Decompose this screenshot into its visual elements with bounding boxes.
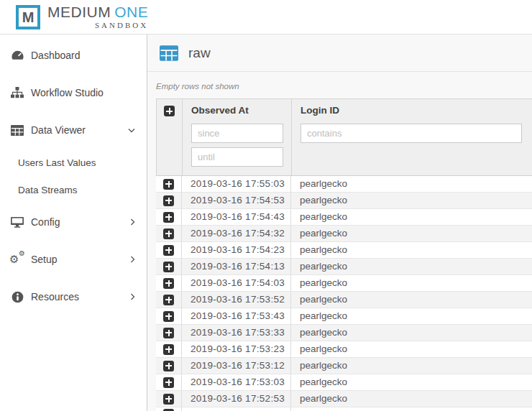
observed-at-cell: 2019-03-16 17:53:23 xyxy=(182,341,291,357)
sidebar-item-setup[interactable]: ⚙⚙ Setup xyxy=(0,241,147,278)
expand-row-button[interactable] xyxy=(163,295,174,305)
table-row: 2019-03-16 17:53:12 pearlgecko xyxy=(156,358,532,374)
expand-row-button[interactable] xyxy=(163,245,174,256)
sidebar-subitem-label: Data Streams xyxy=(18,185,78,195)
row-expander-cell xyxy=(156,209,182,225)
chevron-right-icon xyxy=(130,256,135,263)
table-row: 2019-03-16 17:55:03 pearlgecko xyxy=(156,176,532,193)
row-expander-cell xyxy=(156,391,182,407)
table-row: 2019-03-16 17:53:23 pearlgecko xyxy=(156,341,532,358)
table-row: 2019-03-16 17:52:53 pearlgecko xyxy=(156,391,532,407)
login-id-cell: pearlgecko xyxy=(291,325,532,341)
brand-logo[interactable]: M MEDIUMONE SANDBOX xyxy=(16,4,148,29)
login-id-cell xyxy=(291,407,532,411)
row-expander-cell xyxy=(156,275,182,291)
table-row: 2019-03-16 17:53:52 pearlgecko xyxy=(156,292,532,308)
row-expander-cell xyxy=(156,325,182,341)
expand-row-button[interactable] xyxy=(163,212,174,223)
row-expander-cell xyxy=(156,308,182,324)
sidebar-item-resources[interactable]: Resources xyxy=(0,278,147,315)
login-id-header-cell: Login ID xyxy=(292,99,532,175)
expand-row-button[interactable] xyxy=(163,328,174,338)
table-row: 2019-03-16 17:54:03 pearlgecko xyxy=(156,275,532,292)
brand-text: MEDIUMONE SANDBOX xyxy=(47,4,148,29)
sidebar-item-workflow-studio[interactable]: Workflow Studio xyxy=(0,74,147,111)
sitemap-icon xyxy=(10,86,24,99)
page-title: raw xyxy=(188,45,211,61)
expand-row-button[interactable] xyxy=(163,394,174,405)
observed-at-cell: 2019-03-16 17:53:12 xyxy=(182,358,291,374)
top-header: M MEDIUMONE SANDBOX xyxy=(0,0,532,34)
chevron-down-icon xyxy=(128,128,135,133)
observed-at-header-cell: Observed At xyxy=(183,99,292,175)
table-row: 2019-03-16 17:53:43 pearlgecko xyxy=(156,308,532,325)
expand-row-button[interactable] xyxy=(163,278,174,289)
tachometer-icon xyxy=(10,49,24,62)
observed-at-cell xyxy=(182,407,291,411)
login-id-cell: pearlgecko xyxy=(291,308,532,324)
sidebar-item-label: Config xyxy=(31,216,60,228)
expand-row-button[interactable] xyxy=(163,361,174,371)
login-id-cell: pearlgecko xyxy=(291,226,532,241)
observed-at-cell: 2019-03-16 17:53:33 xyxy=(182,325,291,341)
row-expander-cell xyxy=(156,176,182,192)
row-expander-cell xyxy=(156,226,182,241)
login-id-cell: pearlgecko xyxy=(291,176,532,192)
info-icon xyxy=(10,290,24,303)
empty-rows-note: Empty rows not shown xyxy=(156,81,532,91)
row-expander-cell xyxy=(156,193,182,208)
table-row: 2019-03-16 17:53:33 pearlgecko xyxy=(156,325,532,341)
expand-row-button[interactable] xyxy=(163,179,174,190)
login-id-cell: pearlgecko xyxy=(291,209,532,225)
sidebar-item-label: Resources xyxy=(31,291,79,303)
expand-row-button[interactable] xyxy=(163,311,174,322)
expand-row-button[interactable] xyxy=(163,377,174,388)
table-row: 2019-03-16 17:53:03 pearlgecko xyxy=(156,374,532,391)
sidebar-item-users-last-values[interactable]: Users Last Values xyxy=(0,149,147,176)
observed-at-cell: 2019-03-16 17:54:13 xyxy=(182,259,291,274)
row-expander-cell xyxy=(156,259,182,274)
row-expander-cell xyxy=(156,292,182,308)
contains-filter-input[interactable] xyxy=(301,124,522,143)
stream-header: raw xyxy=(147,34,532,72)
sidebar-item-label: Workflow Studio xyxy=(31,87,104,98)
expand-row-button[interactable] xyxy=(163,228,174,239)
sidebar-item-data-streams[interactable]: Data Streams xyxy=(0,176,147,203)
expand-row-button[interactable] xyxy=(163,262,174,272)
login-id-cell: pearlgecko xyxy=(291,374,532,390)
main-content: raw Empty rows not shown Observed At Log… xyxy=(147,34,532,411)
table-row-partial xyxy=(156,407,532,411)
until-filter-input[interactable] xyxy=(191,147,283,167)
row-expander-cell xyxy=(156,407,182,411)
table-row: 2019-03-16 17:54:43 pearlgecko xyxy=(156,209,532,226)
since-filter-input[interactable] xyxy=(191,124,283,143)
sidebar-item-dashboard[interactable]: Dashboard xyxy=(0,37,147,74)
row-expander-cell xyxy=(156,358,182,374)
row-expander-cell xyxy=(156,242,182,258)
expand-row-button[interactable] xyxy=(163,344,174,355)
login-id-cell: pearlgecko xyxy=(291,292,532,308)
sidebar: Dashboard Workflow Studio xyxy=(0,34,147,411)
brand-name-accent: ONE xyxy=(114,4,148,20)
observed-at-cell: 2019-03-16 17:54:23 xyxy=(182,242,291,258)
login-id-cell: pearlgecko xyxy=(291,275,532,291)
chevron-right-icon xyxy=(130,293,135,300)
table-row: 2019-03-16 17:54:23 pearlgecko xyxy=(156,242,532,259)
observed-at-column-label: Observed At xyxy=(191,105,291,116)
sidebar-item-label: Data Viewer xyxy=(31,124,86,136)
expand-all-button[interactable] xyxy=(164,106,175,116)
observed-at-cell: 2019-03-16 17:53:03 xyxy=(182,374,291,390)
sidebar-item-data-viewer[interactable]: Data Viewer xyxy=(0,111,147,149)
login-id-cell: pearlgecko xyxy=(291,259,532,274)
observed-at-cell: 2019-03-16 17:54:43 xyxy=(182,209,291,225)
chevron-right-icon xyxy=(130,218,135,226)
expand-row-button[interactable] xyxy=(163,195,174,206)
sidebar-item-config[interactable]: Config xyxy=(0,203,147,241)
observed-at-cell: 2019-03-16 17:52:53 xyxy=(182,391,291,407)
observed-at-cell: 2019-03-16 17:54:32 xyxy=(182,226,291,241)
observed-at-cell: 2019-03-16 17:53:43 xyxy=(182,308,291,324)
app-window: M MEDIUMONE SANDBOX Dashboard xyxy=(0,0,532,411)
medium-one-logo-icon: M xyxy=(16,5,40,29)
brand-name-primary: MEDIUM xyxy=(47,4,111,20)
table-icon xyxy=(160,45,178,61)
